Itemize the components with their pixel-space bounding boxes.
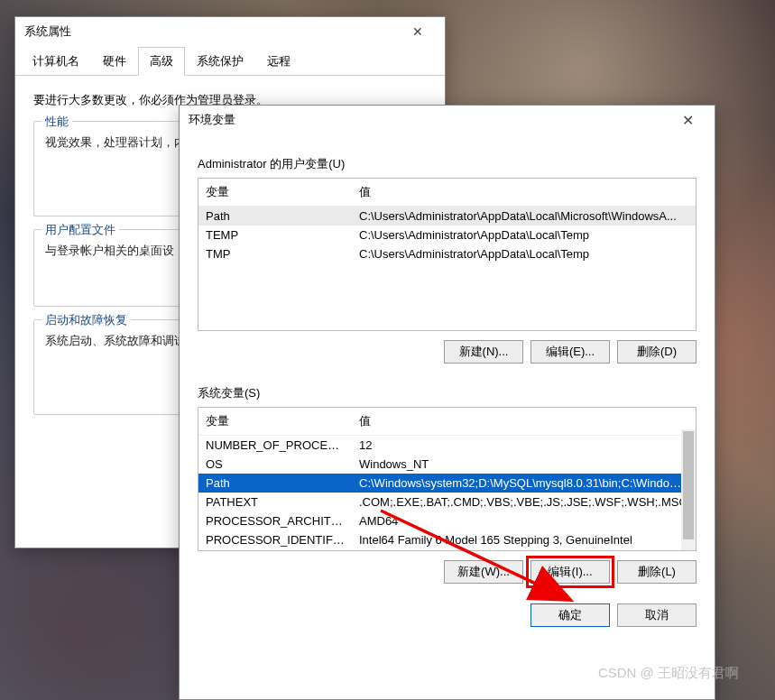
- user-edit-button[interactable]: 编辑(E)...: [531, 340, 610, 364]
- var-value: C:\Users\Administrator\AppData\Local\Tem…: [352, 228, 696, 242]
- user-vars-header: 变量 值: [198, 179, 696, 207]
- var-value: .COM;.EXE;.BAT;.CMD;.VBS;.VBE;.JS;.JSE;.…: [352, 495, 696, 509]
- tab-advanced[interactable]: 高级: [138, 47, 185, 76]
- sys-props-title: 系统属性: [24, 23, 400, 40]
- env-footer: 确定 取消: [180, 594, 715, 636]
- var-name: PROCESSOR_IDENTIFIER: [198, 533, 352, 547]
- sys-new-button[interactable]: 新建(W)...: [444, 560, 523, 584]
- cancel-button[interactable]: 取消: [617, 603, 697, 627]
- sys-props-titlebar: 系统属性: [15, 17, 445, 46]
- startup-recovery-title: 启动和故障恢复: [42, 312, 131, 328]
- var-value: AMD64: [352, 514, 696, 528]
- var-name: OS: [198, 457, 352, 471]
- col-variable[interactable]: 变量: [198, 408, 352, 435]
- var-value: C:\Users\Administrator\AppData\Local\Mic…: [352, 209, 696, 223]
- tab-remote[interactable]: 远程: [255, 47, 302, 76]
- scrollbar-thumb[interactable]: [683, 431, 694, 539]
- table-row[interactable]: PathC:\Windows\system32;D:\MySQL\mysql8.…: [198, 474, 696, 493]
- environment-variables-dialog: 环境变量 Administrator 的用户变量(U) 变量 值 PathC:\…: [179, 105, 715, 700]
- var-value: 12: [352, 438, 696, 452]
- env-close-button[interactable]: [669, 106, 706, 134]
- table-row[interactable]: TMPC:\Users\Administrator\AppData\Local\…: [198, 244, 696, 263]
- close-icon: [412, 24, 423, 39]
- table-row[interactable]: PathC:\Users\Administrator\AppData\Local…: [198, 207, 696, 226]
- env-titlebar: 环境变量: [180, 106, 715, 134]
- var-name: Path: [198, 209, 352, 223]
- sys-edit-button[interactable]: 编辑(I)...: [531, 560, 610, 584]
- env-title: 环境变量: [189, 112, 669, 128]
- close-icon: [682, 112, 694, 129]
- user-new-button[interactable]: 新建(N)...: [444, 340, 523, 364]
- var-name: PROCESSOR_ARCHITECT...: [198, 514, 352, 528]
- sys-props-close-button[interactable]: [400, 17, 436, 46]
- var-value: C:\Windows\system32;D:\MySQL\mysql8.0.31…: [352, 476, 696, 490]
- var-name: PATHEXT: [198, 495, 352, 509]
- table-row[interactable]: NUMBER_OF_PROCESSORS12: [198, 436, 696, 455]
- var-value: Windows_NT: [352, 457, 696, 471]
- var-name: TMP: [198, 247, 352, 261]
- var-value: Intel64 Family 6 Model 165 Stepping 3, G…: [352, 533, 696, 547]
- table-row[interactable]: PROCESSOR_LEVEL6: [198, 549, 696, 551]
- table-row[interactable]: OSWindows_NT: [198, 455, 696, 474]
- user-profile-title: 用户配置文件: [42, 222, 119, 238]
- var-name: Path: [198, 476, 352, 490]
- table-row[interactable]: TEMPC:\Users\Administrator\AppData\Local…: [198, 226, 696, 244]
- tab-system-protection[interactable]: 系统保护: [185, 47, 255, 76]
- table-row[interactable]: PATHEXT.COM;.EXE;.BAT;.CMD;.VBS;.VBE;.JS…: [198, 493, 696, 511]
- tab-computer-name[interactable]: 计算机名: [21, 47, 91, 76]
- sys-vars-table[interactable]: 变量 值 NUMBER_OF_PROCESSORS12OSWindows_NTP…: [198, 407, 697, 551]
- env-body: Administrator 的用户变量(U) 变量 值 PathC:\Users…: [180, 134, 715, 594]
- col-value[interactable]: 值: [352, 179, 696, 206]
- tab-hardware[interactable]: 硬件: [91, 47, 138, 76]
- var-name: NUMBER_OF_PROCESSORS: [198, 438, 352, 452]
- col-variable[interactable]: 变量: [198, 179, 352, 206]
- table-row[interactable]: PROCESSOR_IDENTIFIERIntel64 Family 6 Mod…: [198, 530, 696, 549]
- sys-props-tabs: 计算机名 硬件 高级 系统保护 远程: [15, 46, 445, 76]
- user-vars-label: Administrator 的用户变量(U): [198, 156, 697, 172]
- table-row[interactable]: PROCESSOR_ARCHITECT...AMD64: [198, 511, 696, 530]
- sys-vars-label: 系统变量(S): [198, 385, 697, 401]
- performance-title: 性能: [42, 114, 72, 130]
- var-name: TEMP: [198, 228, 352, 242]
- ok-button[interactable]: 确定: [531, 603, 610, 627]
- sys-vars-scrollbar[interactable]: [681, 429, 696, 550]
- sys-delete-button[interactable]: 删除(L): [617, 560, 697, 584]
- col-value[interactable]: 值: [352, 408, 696, 435]
- watermark: CSDN @ 王昭没有君啊: [598, 665, 739, 682]
- user-delete-button[interactable]: 删除(D): [617, 340, 697, 364]
- sys-vars-header: 变量 值: [198, 408, 696, 436]
- user-vars-table[interactable]: 变量 值 PathC:\Users\Administrator\AppData\…: [198, 178, 697, 331]
- var-value: C:\Users\Administrator\AppData\Local\Tem…: [352, 247, 696, 261]
